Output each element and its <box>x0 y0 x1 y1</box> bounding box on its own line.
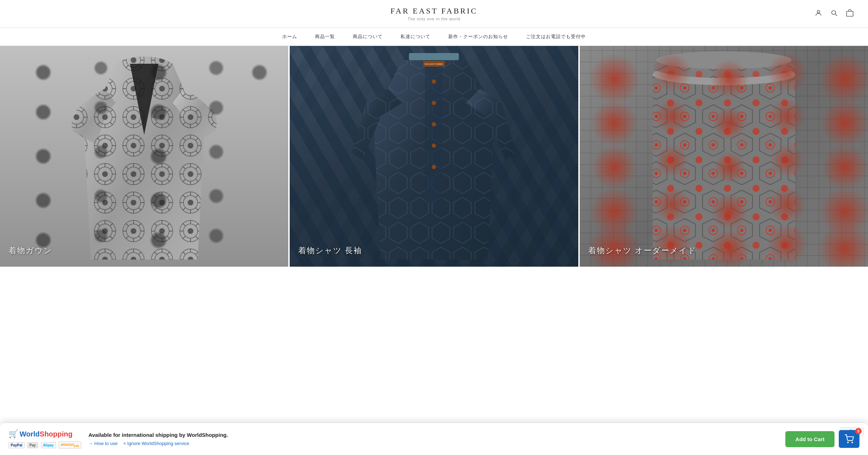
nav-home[interactable]: ホーム <box>282 33 297 40</box>
svg-rect-3 <box>847 11 853 16</box>
gallery-label-gown: 着物ガウン <box>9 245 52 256</box>
svg-point-20 <box>432 122 436 126</box>
gallery-label-fabric: 着物シャツ オーダーメイド <box>588 245 697 256</box>
nav-news[interactable]: 新作・クーポンのお知らせ <box>448 33 508 40</box>
brand-name: FAR EAST FABRIC <box>391 6 478 16</box>
svg-point-19 <box>432 101 436 105</box>
gallery-item-shirt[interactable]: FAR EAST FABRIC 着物シャツ 長袖 <box>288 46 578 267</box>
gallery-label-shirt: 着物シャツ 長袖 <box>298 245 362 256</box>
nav-about-us[interactable]: 私達について <box>401 33 430 40</box>
brand-logo: FAR EAST FABRIC The only one in the worl… <box>391 6 478 21</box>
brand-subtitle: The only one in the world <box>391 17 478 21</box>
svg-text:FAR EAST FABRIC: FAR EAST FABRIC <box>425 63 444 65</box>
svg-point-22 <box>432 165 436 169</box>
svg-point-35 <box>652 64 795 85</box>
account-icon[interactable] <box>815 9 822 19</box>
svg-point-36 <box>652 57 795 78</box>
svg-line-2 <box>835 14 837 16</box>
svg-point-33 <box>652 53 795 110</box>
svg-point-21 <box>432 143 436 148</box>
search-icon[interactable] <box>830 9 838 19</box>
svg-point-0 <box>817 10 820 13</box>
navigation: ホーム 商品一覧 商品について 私達について 新作・クーポンのお知らせ ご注文は… <box>0 28 868 46</box>
gallery: 着物ガウン <box>0 46 868 267</box>
nav-products[interactable]: 商品一覧 <box>315 33 335 40</box>
gallery-item-gown[interactable]: 着物ガウン <box>0 46 288 267</box>
nav-about-products[interactable]: 商品について <box>353 33 383 40</box>
bag-icon[interactable] <box>846 9 854 19</box>
header: FAR EAST FABRIC The only one in the worl… <box>0 0 868 28</box>
gallery-item-fabric[interactable]: 着物シャツ オーダーメイド <box>578 46 868 267</box>
header-icons <box>815 9 854 19</box>
nav-phone-order[interactable]: ご注文はお電話でも受付中 <box>526 33 586 40</box>
svg-point-37 <box>656 51 791 69</box>
svg-rect-16 <box>409 53 459 60</box>
svg-point-18 <box>432 79 436 84</box>
svg-point-1 <box>832 10 836 14</box>
svg-rect-34 <box>652 74 795 260</box>
